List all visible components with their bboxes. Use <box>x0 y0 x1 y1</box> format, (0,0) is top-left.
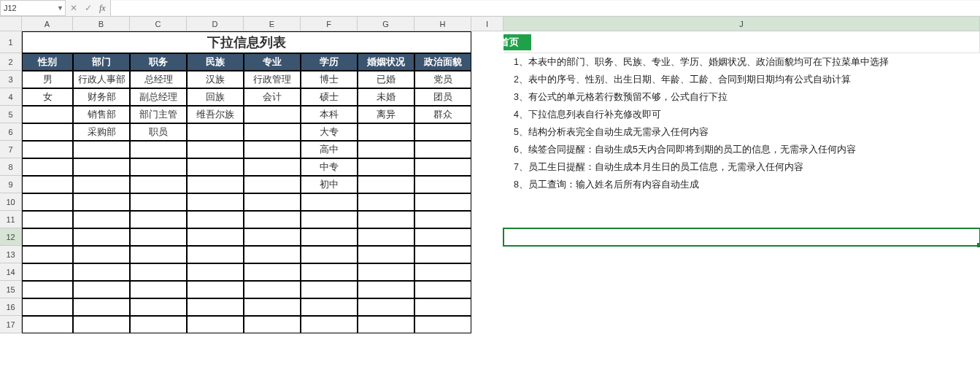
cell-E12[interactable] <box>244 228 301 246</box>
cell-E15[interactable] <box>244 281 301 298</box>
cell-I15[interactable] <box>471 281 503 298</box>
cell-E14[interactable] <box>244 263 301 281</box>
cell-B13[interactable] <box>73 246 130 263</box>
cell-G17[interactable] <box>358 316 414 333</box>
cell-I17[interactable] <box>471 316 503 333</box>
row-header-2[interactable]: 2 <box>0 53 22 71</box>
cell-H5[interactable]: 群众 <box>414 106 471 123</box>
cell-B16[interactable] <box>73 298 130 316</box>
cell-C10[interactable] <box>130 193 187 211</box>
cell-H15[interactable] <box>414 281 471 298</box>
cell-F9[interactable]: 初中 <box>301 176 358 193</box>
cell-B5[interactable]: 销售部 <box>73 106 130 123</box>
cell-D11[interactable] <box>187 211 244 228</box>
cell-G14[interactable] <box>358 263 414 281</box>
cell-E13[interactable] <box>244 246 301 263</box>
cell-H11[interactable] <box>414 211 471 228</box>
cell-B8[interactable] <box>73 158 130 176</box>
cell-G13[interactable] <box>358 246 414 263</box>
cell-D4[interactable]: 回族 <box>187 88 244 106</box>
cell-E3[interactable]: 行政管理 <box>244 71 301 88</box>
row-header-13[interactable]: 13 <box>0 246 22 263</box>
cell-D10[interactable] <box>187 193 244 211</box>
row-header-3[interactable]: 3 <box>0 71 22 88</box>
cell-G11[interactable] <box>358 211 414 228</box>
cell-C8[interactable] <box>130 158 187 176</box>
cell-B12[interactable] <box>73 228 130 246</box>
column-header-E[interactable]: E <box>244 17 301 31</box>
cell-G6[interactable] <box>358 123 414 141</box>
cell-I8[interactable] <box>471 158 503 176</box>
cell-G5[interactable]: 离异 <box>358 106 414 123</box>
cell-G16[interactable] <box>358 298 414 316</box>
formula-input[interactable] <box>111 1 980 15</box>
cell-E5[interactable] <box>244 106 301 123</box>
cell-I3[interactable] <box>471 71 503 88</box>
cell-J12[interactable] <box>503 228 980 246</box>
cell-J10[interactable] <box>503 193 980 211</box>
cell-I4[interactable] <box>471 88 503 106</box>
cell-H3[interactable]: 党员 <box>414 71 471 88</box>
cell-A13[interactable] <box>22 246 73 263</box>
cell-B4[interactable]: 财务部 <box>73 88 130 106</box>
row-header-17[interactable]: 17 <box>0 316 22 333</box>
cell-H14[interactable] <box>414 263 471 281</box>
cell-F4[interactable]: 硕士 <box>301 88 358 106</box>
column-header-I[interactable]: I <box>471 17 503 31</box>
cell-H4[interactable]: 团员 <box>414 88 471 106</box>
column-header-B[interactable]: B <box>73 17 130 31</box>
cell-G3[interactable]: 已婚 <box>358 71 414 88</box>
name-box[interactable]: J12 ▼ <box>0 0 66 16</box>
cell-E8[interactable] <box>244 158 301 176</box>
cell-A11[interactable] <box>22 211 73 228</box>
row-header-5[interactable]: 5 <box>0 106 22 123</box>
cell-A16[interactable] <box>22 298 73 316</box>
cell-H9[interactable] <box>414 176 471 193</box>
cell-H12[interactable] <box>414 228 471 246</box>
cell-G12[interactable] <box>358 228 414 246</box>
cell-H6[interactable] <box>414 123 471 141</box>
cell-I10[interactable] <box>471 193 503 211</box>
cell-G8[interactable] <box>358 158 414 176</box>
cell-J1[interactable]: 首页 <box>503 31 980 53</box>
column-header-H[interactable]: H <box>414 17 471 31</box>
cell-I2[interactable] <box>471 53 503 71</box>
cell-G7[interactable] <box>358 141 414 158</box>
cell-E11[interactable] <box>244 211 301 228</box>
cell-A17[interactable] <box>22 316 73 333</box>
cell-H10[interactable] <box>414 193 471 211</box>
confirm-icon[interactable]: ✓ <box>85 4 92 12</box>
cell-D12[interactable] <box>187 228 244 246</box>
cell-D3[interactable]: 汉族 <box>187 71 244 88</box>
cell-F3[interactable]: 博士 <box>301 71 358 88</box>
cell-C13[interactable] <box>130 246 187 263</box>
cell-B3[interactable]: 行政人事部 <box>73 71 130 88</box>
column-header-J[interactable]: J <box>503 17 980 31</box>
cell-F5[interactable]: 本科 <box>301 106 358 123</box>
cell-H13[interactable] <box>414 246 471 263</box>
cell-E17[interactable] <box>244 316 301 333</box>
cell-D14[interactable] <box>187 263 244 281</box>
column-header-C[interactable]: C <box>130 17 187 31</box>
cell-D7[interactable] <box>187 141 244 158</box>
cell-F14[interactable] <box>301 263 358 281</box>
cell-E7[interactable] <box>244 141 301 158</box>
cell-C7[interactable] <box>130 141 187 158</box>
cell-F7[interactable]: 高中 <box>301 141 358 158</box>
row-header-11[interactable]: 11 <box>0 211 22 228</box>
cell-I9[interactable] <box>471 176 503 193</box>
cell-F13[interactable] <box>301 246 358 263</box>
cell-F11[interactable] <box>301 211 358 228</box>
cell-G10[interactable] <box>358 193 414 211</box>
cell-G15[interactable] <box>358 281 414 298</box>
cell-D17[interactable] <box>187 316 244 333</box>
cell-I12[interactable] <box>471 228 503 246</box>
cell-C3[interactable]: 总经理 <box>130 71 187 88</box>
cell-D13[interactable] <box>187 246 244 263</box>
row-header-8[interactable]: 8 <box>0 158 22 176</box>
row-header-10[interactable]: 10 <box>0 193 22 211</box>
cell-B9[interactable] <box>73 176 130 193</box>
home-button[interactable]: 首页 <box>503 34 531 50</box>
cell-J14[interactable] <box>503 263 980 281</box>
cell-C15[interactable] <box>130 281 187 298</box>
